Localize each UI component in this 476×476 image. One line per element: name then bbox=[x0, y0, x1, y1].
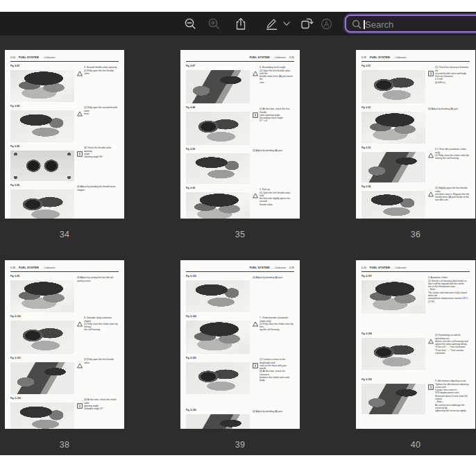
annotate-circle-icon[interactable] bbox=[319, 12, 334, 35]
figure-photo bbox=[362, 338, 425, 370]
thumbnail-cell: FUEL SYSTEM– Carburetor6-35Fig. 6-874. S… bbox=[180, 50, 300, 239]
figure-caption: 9. Automatic choke (1) Set the coil hous… bbox=[428, 276, 470, 303]
header-page-code: 6-40 bbox=[362, 266, 366, 270]
figure-caption: 6-1. Fast idle (automatic choke only) (1… bbox=[435, 148, 470, 160]
thumbnail-view: 6-34FUEL SYSTEM– CarburetorFig. 6-833. S… bbox=[0, 35, 476, 455]
warning-triangle-icon bbox=[253, 189, 258, 219]
markup-pen-icon[interactable] bbox=[263, 12, 280, 35]
check-square-icon bbox=[77, 399, 83, 429]
figure-photo bbox=[10, 70, 74, 102]
figure-caption: (2) Depending on vehicle operating con- … bbox=[435, 334, 470, 355]
page-thumbnail[interactable]: 6-36FUEL SYSTEM– CarburetorFig. 6-91(2) … bbox=[356, 50, 475, 219]
page-thumbnail[interactable]: 6-40FUEL SYSTEM– CarburetorFig. 6-1079. … bbox=[356, 260, 475, 429]
figure-photo bbox=[10, 110, 74, 142]
figure-photo bbox=[362, 191, 425, 219]
page-header: 6-38FUEL SYSTEM– Carburetor bbox=[10, 266, 119, 272]
zoom-out-icon[interactable] bbox=[182, 12, 198, 35]
figure-label: Fig. 6-84 bbox=[10, 105, 74, 110]
figure-block: Fig. 6-905. Kick up (1) Open the first t… bbox=[186, 187, 294, 219]
thumbnail-cell: 6-40FUEL SYSTEM– CarburetorFig. 6-1079. … bbox=[356, 260, 475, 450]
page-thumbnail[interactable]: FUEL SYSTEM– Carburetor6-39Fig. 6-103(4)… bbox=[180, 260, 300, 429]
warning-triangle-icon bbox=[253, 317, 258, 354]
figure-label: Fig. 6-87 bbox=[186, 65, 250, 70]
header-title: FUEL SYSTEM bbox=[249, 56, 269, 60]
page-number-label: 35 bbox=[235, 230, 246, 239]
page-header: 6-36FUEL SYSTEM– Carburetor bbox=[362, 56, 470, 62]
warning-triangle-icon bbox=[253, 67, 258, 103]
figure-photo bbox=[362, 70, 425, 103]
figure-block: Fig. 6-85(3) Check the throttle valve op… bbox=[10, 145, 119, 181]
figure-photo bbox=[186, 192, 250, 219]
thumbnail-cell: 6-36FUEL SYSTEM– CarburetorFig. 6-91(2) … bbox=[356, 50, 475, 239]
figure-block: Fig. 6-89(3) Adjust by bending (A) part. bbox=[186, 148, 294, 184]
header-subtitle: – Carburetor bbox=[42, 266, 56, 270]
figure-block: Fig. 6-1008. Unloader (only automatic ch… bbox=[10, 315, 119, 354]
header-title: FUEL SYSTEM bbox=[370, 266, 390, 270]
figure-label: Fig. 6-92 bbox=[362, 106, 425, 112]
header-page-code: 6-38 bbox=[10, 266, 15, 270]
figure-block: Fig. 6-108(2) Depending on vehicle opera… bbox=[362, 332, 470, 375]
figure-photo bbox=[10, 151, 74, 181]
share-icon[interactable] bbox=[234, 12, 248, 35]
figure-block: Fig. 6-94(2) Slightly open the first thr… bbox=[362, 185, 470, 219]
check-square-icon bbox=[428, 67, 434, 103]
figure-label: Fig. 6-107 bbox=[362, 275, 425, 280]
figure-photo bbox=[186, 112, 250, 145]
header-subtitle: – Carburetor bbox=[393, 266, 407, 270]
figure-photo bbox=[186, 153, 250, 184]
figure-photo bbox=[362, 280, 425, 314]
page-thumbnail[interactable]: FUEL SYSTEM– Carburetor6-35Fig. 6-874. S… bbox=[180, 50, 300, 219]
figure-label: Fig. 6-108 bbox=[362, 332, 425, 338]
figure-caption: (3) Adjust by turning the fast idle ad- … bbox=[77, 276, 119, 282]
figure-block: Fig. 6-102(3) At this time, check the ch… bbox=[10, 397, 119, 429]
page-thumbnail[interactable]: 6-34FUEL SYSTEM– CarburetorFig. 6-833. S… bbox=[5, 50, 124, 219]
figure-block: Fig. 6-1047. Choke breaker (automatic ch… bbox=[186, 315, 294, 354]
thumbnail-cell: FUEL SYSTEM– Carburetor6-39Fig. 6-103(4)… bbox=[180, 260, 300, 450]
zoom-in-icon[interactable] bbox=[206, 12, 221, 35]
figure-photo bbox=[186, 70, 250, 103]
figure-photo bbox=[186, 414, 250, 430]
figure-block: Fig. 6-86(4) Adjust by bending the throt… bbox=[10, 184, 119, 219]
page-number-label: 39 bbox=[235, 440, 246, 450]
figure-caption: 7. Choke breaker (automatic choke only) … bbox=[260, 316, 294, 331]
figure-block: Fig. 6-874. Secondary touch angle (1) Op… bbox=[186, 65, 294, 103]
figure-label: Fig. 6-104 bbox=[186, 315, 250, 321]
header-title: FUEL SYSTEM bbox=[249, 266, 269, 270]
figure-label: Fig. 6-86 bbox=[10, 184, 74, 189]
figure-block: Fig. 6-1099. Idle mixture adjusting scre… bbox=[362, 378, 470, 429]
figure-label: Fig. 6-90 bbox=[186, 187, 250, 192]
figure-label: Fig. 6-85 bbox=[10, 145, 74, 151]
figure-caption: (4) Adjust by bending the throttle lever… bbox=[77, 185, 119, 192]
warning-triangle-icon bbox=[428, 148, 434, 182]
check-square-icon bbox=[253, 359, 258, 406]
figure-label: Fig. 6-101 bbox=[10, 357, 74, 362]
header-title: FUEL SYSTEM bbox=[19, 56, 39, 60]
page-header: FUEL SYSTEM– Carburetor6-35 bbox=[186, 56, 294, 62]
search-field[interactable] bbox=[345, 15, 476, 33]
figure-photo bbox=[186, 362, 250, 394]
figure-photo bbox=[362, 152, 425, 182]
page-header: 6-40FUEL SYSTEM– Carburetor bbox=[362, 266, 470, 272]
warning-triangle-icon bbox=[428, 334, 434, 375]
figure-label: Fig. 6-106 bbox=[186, 409, 250, 414]
header-title: FUEL SYSTEM bbox=[19, 266, 39, 270]
thumbnail-cell: 6-38FUEL SYSTEM– CarburetorFig. 6-99(3) … bbox=[5, 260, 124, 450]
header-subtitle: – Carburetor bbox=[273, 266, 286, 270]
figure-label: Fig. 6-109 bbox=[362, 378, 425, 384]
figure-caption: 5. Kick up (1) Open the first throttle v… bbox=[260, 188, 294, 206]
figure-caption: (2) Check the clearance between the seco… bbox=[435, 66, 470, 84]
figure-label: Fig. 6-88 bbox=[186, 106, 250, 112]
warning-triangle-icon bbox=[77, 67, 83, 102]
figure-block: Fig. 6-106(4) Adjust by bending (A) part… bbox=[186, 409, 294, 430]
check-square-icon bbox=[77, 147, 83, 181]
rotate-icon[interactable] bbox=[299, 12, 314, 35]
figure-photo bbox=[186, 321, 250, 354]
figure-label: Fig. 6-91 bbox=[362, 65, 425, 70]
page-number-label: 38 bbox=[60, 440, 70, 450]
page-thumbnail[interactable]: 6-38FUEL SYSTEM– CarburetorFig. 6-99(3) … bbox=[5, 260, 124, 429]
chevron-down-icon[interactable] bbox=[282, 12, 291, 35]
warning-triangle-icon bbox=[77, 107, 83, 142]
figure-caption: (2) Fully open the second throttle valve… bbox=[84, 106, 119, 115]
search-input[interactable] bbox=[346, 16, 476, 33]
top-margin bbox=[0, 0, 476, 12]
